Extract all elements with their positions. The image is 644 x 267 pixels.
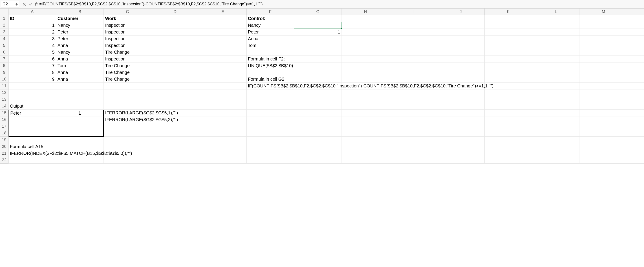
cell-F13[interactable]: [246, 96, 294, 103]
cell-E20[interactable]: [199, 143, 246, 150]
cell-F22[interactable]: [246, 157, 294, 164]
cell-I2[interactable]: [389, 22, 437, 29]
cell-H21[interactable]: [342, 150, 389, 157]
cell-K10[interactable]: [484, 76, 532, 83]
cell-D9[interactable]: [151, 69, 199, 76]
cell-G5[interactable]: [294, 42, 342, 49]
row-header[interactable]: 18: [0, 130, 8, 137]
cell-E4[interactable]: [199, 36, 246, 42]
cell-M18[interactable]: [580, 130, 628, 137]
cell-G8[interactable]: [294, 63, 342, 69]
cell-N13[interactable]: [628, 96, 644, 103]
row-header[interactable]: 16: [0, 116, 8, 123]
cell-J19[interactable]: [437, 137, 484, 143]
cell-B19[interactable]: [56, 137, 104, 143]
row-header[interactable]: 1: [0, 15, 8, 22]
column-header[interactable]: M: [580, 9, 628, 15]
cell-M15[interactable]: [580, 110, 628, 116]
cell-C3[interactable]: Inspection: [104, 29, 151, 36]
cell-J8[interactable]: [437, 63, 484, 69]
row-header[interactable]: 17: [0, 123, 8, 130]
row-header[interactable]: 11: [0, 83, 8, 89]
cell-I7[interactable]: [389, 56, 437, 63]
column-header[interactable]: E: [199, 9, 246, 15]
cell-J7[interactable]: [437, 56, 484, 63]
cell-H1[interactable]: [342, 15, 389, 22]
cell-E14[interactable]: [199, 103, 246, 110]
row-header[interactable]: 20: [0, 143, 8, 150]
cell-K8[interactable]: [484, 63, 532, 69]
cell-G17[interactable]: [294, 123, 342, 130]
cell-A17[interactable]: [8, 123, 56, 130]
cell-C16[interactable]: IFERROR(LARGE($G$2:$G$5,2),""): [104, 116, 151, 123]
cell-D5[interactable]: [151, 42, 199, 49]
spreadsheet-grid[interactable]: ABCDEFGHIJKLMN1IDCustomerWorkControl:21N…: [0, 9, 644, 164]
cell-L8[interactable]: [532, 63, 580, 69]
cell-M11[interactable]: [580, 83, 628, 89]
cell-L3[interactable]: [532, 29, 580, 36]
cell-E13[interactable]: [199, 96, 246, 103]
row-header[interactable]: 10: [0, 76, 8, 83]
cell-N18[interactable]: [628, 130, 644, 137]
cell-F16[interactable]: [246, 116, 294, 123]
cell-I10[interactable]: [389, 76, 437, 83]
cell-I8[interactable]: [389, 63, 437, 69]
cell-H10[interactable]: [342, 76, 389, 83]
cell-H6[interactable]: [342, 49, 389, 56]
cell-H22[interactable]: [342, 157, 389, 164]
cell-H18[interactable]: [342, 130, 389, 137]
cell-B18[interactable]: [56, 130, 104, 137]
cell-G3[interactable]: 1: [294, 29, 342, 36]
cell-L10[interactable]: [532, 76, 580, 83]
cell-M21[interactable]: [580, 150, 628, 157]
cell-N14[interactable]: [628, 103, 644, 110]
cell-B11[interactable]: [56, 83, 104, 89]
row-header[interactable]: 3: [0, 29, 8, 36]
cell-C12[interactable]: [104, 89, 151, 96]
column-header[interactable]: C: [104, 9, 151, 15]
cell-C22[interactable]: [104, 157, 151, 164]
cell-E5[interactable]: [199, 42, 246, 49]
cell-J17[interactable]: [437, 123, 484, 130]
cell-I13[interactable]: [389, 96, 437, 103]
cell-G2[interactable]: [294, 22, 342, 29]
cell-H12[interactable]: [342, 89, 389, 96]
cell-B2[interactable]: Nancy: [56, 22, 104, 29]
cell-A6[interactable]: 5: [8, 49, 56, 56]
cancel-button[interactable]: [21, 1, 28, 8]
cell-L13[interactable]: [532, 96, 580, 103]
cell-L4[interactable]: [532, 36, 580, 42]
cell-N11[interactable]: [628, 83, 644, 89]
cell-C13[interactable]: [104, 96, 151, 103]
cell-A16[interactable]: [8, 116, 56, 123]
column-header[interactable]: N: [628, 9, 644, 15]
cell-E19[interactable]: [199, 137, 246, 143]
cell-H20[interactable]: [342, 143, 389, 150]
cell-E1[interactable]: [199, 15, 246, 22]
cell-K5[interactable]: [484, 42, 532, 49]
cell-F5[interactable]: Tom: [246, 42, 294, 49]
cell-M14[interactable]: [580, 103, 628, 110]
cell-B13[interactable]: [56, 96, 104, 103]
cell-D11[interactable]: [151, 83, 199, 89]
cell-F8[interactable]: UNIQUE($B$2:$B$10): [246, 63, 294, 69]
cell-C18[interactable]: [104, 130, 151, 137]
cell-L17[interactable]: [532, 123, 580, 130]
cell-N19[interactable]: [628, 137, 644, 143]
cell-L16[interactable]: [532, 116, 580, 123]
cell-N15[interactable]: [628, 110, 644, 116]
cell-N8[interactable]: [628, 63, 644, 69]
cell-F20[interactable]: [246, 143, 294, 150]
cell-H17[interactable]: [342, 123, 389, 130]
cell-C5[interactable]: Inspection: [104, 42, 151, 49]
cell-D3[interactable]: [151, 29, 199, 36]
cell-D6[interactable]: [151, 49, 199, 56]
name-box[interactable]: G2: [1, 1, 19, 8]
column-header[interactable]: D: [151, 9, 199, 15]
cell-M9[interactable]: [580, 69, 628, 76]
cell-L1[interactable]: [532, 15, 580, 22]
cell-I21[interactable]: [389, 150, 437, 157]
cell-B4[interactable]: Peter: [56, 36, 104, 42]
cell-L5[interactable]: [532, 42, 580, 49]
cell-G1[interactable]: [294, 15, 342, 22]
